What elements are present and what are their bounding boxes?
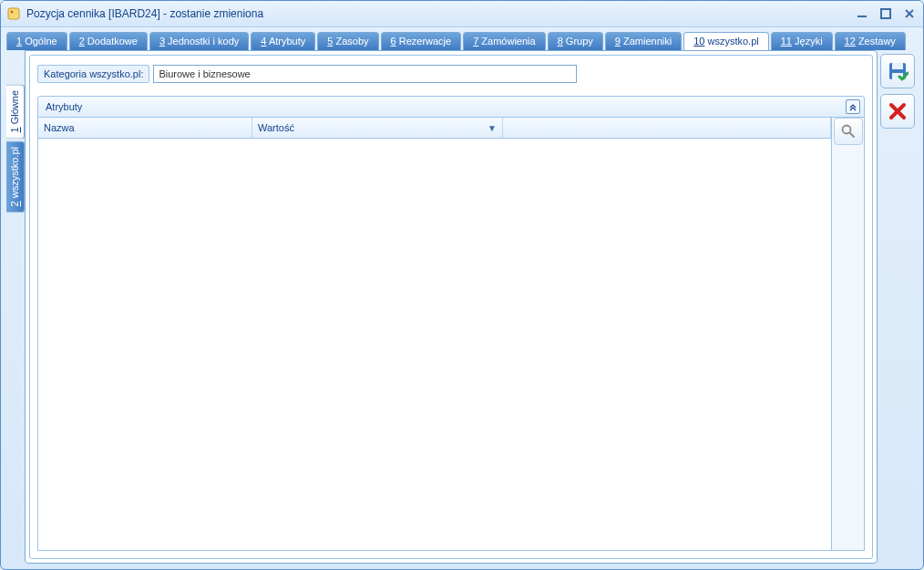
close-button[interactable] bbox=[901, 7, 918, 20]
grid-body[interactable] bbox=[38, 139, 831, 550]
col-header-nazwa[interactable]: Nazwa bbox=[38, 118, 252, 138]
col-header-empty[interactable] bbox=[503, 118, 831, 138]
tab-zestawy[interactable]: 12 Zestawy bbox=[835, 32, 906, 50]
tab-zamienniki[interactable]: 9 Zamienniki bbox=[605, 32, 682, 50]
svg-line-7 bbox=[849, 133, 854, 138]
grid-side-toolbar bbox=[831, 118, 864, 550]
sort-indicator-icon: ▼ bbox=[488, 123, 497, 133]
tab-j-zyki[interactable]: 11 Języki bbox=[771, 32, 833, 50]
lookup-button[interactable] bbox=[834, 118, 863, 145]
col-header-nazwa-label: Nazwa bbox=[44, 122, 75, 133]
tab-zam-wienia[interactable]: 7 Zamówienia bbox=[463, 32, 545, 50]
svg-rect-0 bbox=[8, 8, 19, 19]
group-atrybuty: Atrybuty bbox=[37, 96, 865, 551]
save-button[interactable] bbox=[880, 54, 915, 88]
minimize-button[interactable] bbox=[854, 7, 870, 20]
kategoria-input[interactable] bbox=[153, 65, 577, 83]
right-toolbar bbox=[878, 50, 918, 564]
group-header: Atrybuty bbox=[37, 96, 865, 118]
tab-jednostki-i-kody[interactable]: 3 Jednostki i kody bbox=[149, 32, 249, 50]
window-title: Pozycja cennika [IBARD24] - zostanie zmi… bbox=[26, 7, 854, 20]
titlebar: Pozycja cennika [IBARD24] - zostanie zmi… bbox=[1, 1, 923, 27]
collapse-button[interactable] bbox=[846, 99, 860, 114]
vtab-wszystko-pl[interactable]: 2 wszystko.pl bbox=[6, 140, 25, 212]
window: Pozycja cennika [IBARD24] - zostanie zmi… bbox=[0, 0, 924, 570]
vertical-tab-column: 1 Główne2 wszystko.pl bbox=[6, 50, 25, 564]
window-controls bbox=[854, 7, 918, 20]
maximize-button[interactable] bbox=[878, 7, 894, 20]
body-row: 1 Główne2 wszystko.pl Kategoria wszystko… bbox=[1, 50, 923, 569]
vtab-g-wne[interactable]: 1 Główne bbox=[6, 84, 25, 139]
left-panel: 1 Główne2 wszystko.pl Kategoria wszystko… bbox=[6, 50, 878, 564]
tab-grupy[interactable]: 8 Grupy bbox=[548, 32, 603, 50]
svg-rect-2 bbox=[857, 16, 867, 17]
content-frame: Kategoria wszystko.pl: Atrybuty bbox=[25, 50, 878, 564]
svg-point-1 bbox=[11, 11, 14, 14]
grid-main: Nazwa Wartość ▼ bbox=[38, 118, 831, 550]
grid-wrap: Nazwa Wartość ▼ bbox=[37, 118, 865, 551]
col-header-wartosc[interactable]: Wartość ▼ bbox=[252, 118, 503, 138]
tab-zasoby[interactable]: 5 Zasoby bbox=[317, 32, 378, 50]
cancel-button[interactable] bbox=[880, 94, 915, 129]
grid-header: Nazwa Wartość ▼ bbox=[38, 118, 831, 139]
row-kategoria: Kategoria wszystko.pl: bbox=[37, 65, 865, 83]
tabbar: 1 Ogólne2 Dodatkowe3 Jednostki i kody4 A… bbox=[1, 27, 923, 50]
svg-rect-3 bbox=[881, 9, 890, 18]
tab-og-lne[interactable]: 1 Ogólne bbox=[6, 32, 67, 50]
tab-rezerwacje[interactable]: 6 Rezerwacje bbox=[381, 32, 462, 50]
inner-panel: Kategoria wszystko.pl: Atrybuty bbox=[29, 55, 873, 559]
kategoria-label: Kategoria wszystko.pl: bbox=[37, 65, 149, 83]
svg-rect-9 bbox=[892, 63, 903, 69]
tab-dodatkowe[interactable]: 2 Dodatkowe bbox=[69, 32, 148, 50]
tab-atrybuty[interactable]: 4 Atrybuty bbox=[251, 32, 315, 50]
tab-wszystko-pl[interactable]: 10 wszystko.pl bbox=[683, 32, 769, 50]
col-header-wartosc-label: Wartość bbox=[258, 122, 294, 133]
group-title: Atrybuty bbox=[46, 101, 82, 112]
app-icon bbox=[6, 6, 21, 21]
